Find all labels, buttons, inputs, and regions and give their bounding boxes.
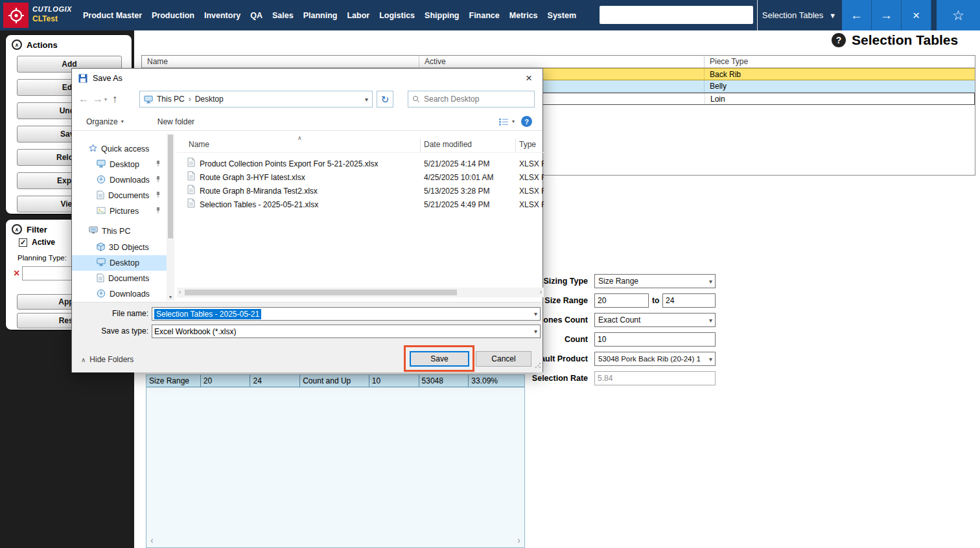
file-row[interactable]: Product Collection Points Export For 5-2… bbox=[177, 157, 544, 170]
column-header-name[interactable]: Name bbox=[189, 140, 209, 149]
view-options-button[interactable]: ▾ bbox=[498, 118, 515, 126]
tree-qa-downloads[interactable]: Downloads bbox=[72, 172, 167, 188]
nav-forward-button[interactable]: → bbox=[93, 93, 103, 105]
dialog-close-button[interactable]: × bbox=[515, 69, 542, 87]
page-dropdown[interactable]: Selection Tables ▼ bbox=[757, 0, 841, 30]
quick-access-star-icon bbox=[89, 144, 97, 154]
scroll-right-icon[interactable]: › bbox=[540, 288, 542, 295]
nav-back-button[interactable]: ← bbox=[78, 93, 89, 105]
dialog-help-button[interactable]: ? bbox=[521, 116, 532, 127]
menu-item-product-master[interactable]: Product Master bbox=[83, 11, 142, 20]
collapse-filter-icon[interactable]: ∧ bbox=[12, 224, 22, 234]
tree-qa-pictures[interactable]: Pictures bbox=[72, 203, 167, 219]
save-as-type-select[interactable]: Excel Workbook (*.xlsx) ▾ bbox=[152, 325, 541, 338]
global-search-input[interactable] bbox=[600, 6, 753, 24]
scrollbar-thumb[interactable] bbox=[185, 290, 457, 295]
column-separator[interactable] bbox=[515, 139, 516, 152]
bones-count-select[interactable]: Exact Count ▾ bbox=[594, 313, 716, 327]
file-row[interactable]: Route Graph 8-Miranda Test2.xlsx 5/13/20… bbox=[177, 184, 544, 198]
scroll-left-icon[interactable]: ‹ bbox=[179, 288, 181, 295]
menu-item-planning[interactable]: Planning bbox=[303, 11, 338, 20]
forward-button[interactable]: → bbox=[872, 0, 902, 30]
breadcrumb-this-pc[interactable]: This PC bbox=[157, 95, 185, 104]
pin-icon[interactable] bbox=[155, 191, 161, 200]
scroll-down-icon[interactable]: ▾ bbox=[167, 294, 174, 300]
size-to-input[interactable] bbox=[662, 293, 716, 308]
tree-this-pc[interactable]: This PC bbox=[72, 223, 167, 239]
menu-item-logistics[interactable]: Logistics bbox=[379, 11, 415, 20]
refresh-button[interactable]: ↻ bbox=[377, 91, 393, 108]
sizing-type-select[interactable]: Size Range ▾ bbox=[594, 274, 716, 288]
file-list: ∧ Name Date modified Type Product Collec… bbox=[177, 133, 544, 301]
page-title: Selection Tables bbox=[852, 32, 958, 48]
dialog-titlebar[interactable]: Save As × bbox=[72, 69, 542, 88]
save-as-dialog: Save As × ← → ▾ ↑ This PC › Desktop ▾ ↻ bbox=[71, 68, 543, 372]
file-row[interactable]: Selection Tables - 2025-05-21.xlsx 5/21/… bbox=[177, 198, 544, 211]
close-page-button[interactable]: × bbox=[902, 0, 931, 30]
back-button[interactable]: ← bbox=[842, 0, 872, 30]
nav-up-button[interactable]: ↑ bbox=[112, 93, 117, 105]
menu-item-inventory[interactable]: Inventory bbox=[204, 11, 240, 20]
scrollbar-thumb[interactable] bbox=[168, 135, 173, 238]
clear-filter-icon[interactable]: × bbox=[14, 268, 19, 279]
dialog-search-input[interactable] bbox=[424, 95, 521, 104]
menu-item-labor[interactable]: Labor bbox=[347, 11, 369, 20]
grid-header-active[interactable]: Active bbox=[419, 56, 704, 67]
actions-panel-title: Actions bbox=[27, 40, 58, 50]
scroll-left-icon[interactable]: ‹ bbox=[150, 536, 154, 545]
organize-button[interactable]: Organize ▾ bbox=[86, 117, 124, 126]
chevron-down-icon: ▾ bbox=[512, 119, 515, 124]
breadcrumb-dropdown-icon[interactable]: ▾ bbox=[365, 96, 368, 103]
resize-grip[interactable] bbox=[535, 360, 541, 371]
pin-icon[interactable] bbox=[155, 176, 161, 185]
documents-icon bbox=[97, 190, 104, 201]
help-icon[interactable]: ? bbox=[832, 33, 846, 47]
tree-pc-3d-objects[interactable]: 3D Objects bbox=[72, 240, 167, 255]
favorite-star-button[interactable]: ☆ bbox=[937, 0, 980, 30]
grid-header-piece-type[interactable]: Piece Type bbox=[704, 56, 975, 67]
menu-item-metrics[interactable]: Metrics bbox=[509, 11, 538, 20]
column-header-date-modified[interactable]: Date modified bbox=[424, 140, 472, 149]
menu-item-qa[interactable]: QA bbox=[250, 11, 262, 20]
column-separator[interactable] bbox=[420, 139, 421, 152]
tree-qa-documents[interactable]: Documents bbox=[72, 188, 167, 203]
files-horizontal-scrollbar[interactable]: ‹ › bbox=[177, 288, 544, 297]
column-header-type[interactable]: Type bbox=[519, 140, 536, 149]
menu-item-sales[interactable]: Sales bbox=[272, 11, 294, 20]
grid-cell-piece-type: Back Rib bbox=[704, 69, 975, 80]
cancel-button[interactable]: Cancel bbox=[476, 351, 531, 367]
new-folder-button[interactable]: New folder bbox=[158, 117, 194, 126]
active-checkbox[interactable]: ✓ bbox=[19, 238, 27, 247]
breadcrumb[interactable]: This PC › Desktop ▾ bbox=[139, 91, 373, 108]
tree-pc-documents[interactable]: Documents bbox=[72, 271, 167, 286]
scroll-right-icon[interactable]: › bbox=[517, 536, 520, 545]
hide-folders-button[interactable]: ∧ Hide Folders bbox=[81, 355, 134, 364]
count-input[interactable] bbox=[594, 332, 716, 347]
menu-item-production[interactable]: Production bbox=[152, 11, 194, 20]
sort-ascending-icon: ∧ bbox=[298, 135, 302, 141]
pin-icon[interactable] bbox=[155, 207, 161, 216]
default-product-select[interactable]: 53048 Pork Back Rib (20-24) 1 ▾ bbox=[594, 352, 716, 366]
save-button[interactable]: Save bbox=[410, 351, 469, 367]
file-row[interactable]: Route Graph 3-HYF latest.xlsx 4/25/2025 … bbox=[177, 170, 544, 184]
tree-pc-desktop[interactable]: Desktop bbox=[72, 255, 167, 271]
dialog-nav-row: ← → ▾ ↑ This PC › Desktop ▾ ↻ bbox=[72, 89, 542, 109]
file-name-input[interactable]: Selection Tables - 2025-05-21 ▾ bbox=[152, 307, 541, 321]
sizes-detail-row[interactable]: Size Range 20 24 Count and Up 10 53048 3… bbox=[146, 375, 524, 387]
nav-history-chevron-icon[interactable]: ▾ bbox=[104, 97, 107, 102]
tree-scrollbar[interactable]: ▾ bbox=[167, 133, 174, 301]
grid-header-name[interactable]: Name bbox=[142, 56, 419, 67]
tree-pc-downloads[interactable]: Downloads bbox=[72, 286, 167, 301]
size-from-input[interactable] bbox=[594, 293, 649, 308]
tree-quick-access[interactable]: Quick access bbox=[72, 141, 167, 157]
app-logo: CUTLOGIX CLTest bbox=[32, 5, 72, 24]
dialog-search-box bbox=[408, 91, 535, 108]
menu-item-shipping[interactable]: Shipping bbox=[425, 11, 459, 20]
menu-item-finance[interactable]: Finance bbox=[469, 11, 500, 20]
tree-qa-desktop[interactable]: Desktop bbox=[72, 157, 167, 172]
pin-icon[interactable] bbox=[155, 160, 161, 169]
breadcrumb-desktop[interactable]: Desktop bbox=[195, 95, 224, 104]
menu-item-system[interactable]: System bbox=[548, 11, 576, 20]
main-menu: Product Master Production Inventory QA S… bbox=[83, 0, 576, 30]
collapse-actions-icon[interactable]: ∧ bbox=[12, 40, 22, 50]
